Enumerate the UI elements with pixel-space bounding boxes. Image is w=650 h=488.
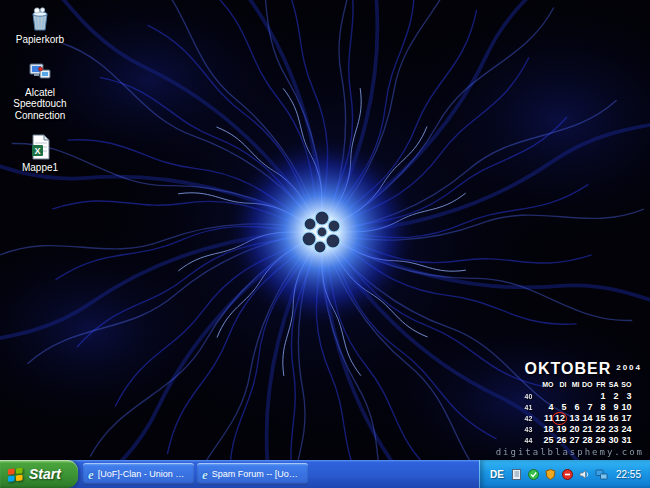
desktop: Papierkorb Alcatel Speedtouch Connection [0, 0, 650, 488]
recycle-bin-icon [26, 6, 54, 32]
red-status-icon[interactable] [561, 468, 574, 481]
calendar-day-cell: 1 [594, 391, 605, 402]
calendar-day-cell: 29 [594, 435, 605, 446]
desktop-icon-alcatel-speedtouch[interactable]: Alcatel Speedtouch Connection [2, 59, 78, 122]
calendar-day-header: MO [542, 379, 553, 391]
task-button-label: [UoF]-Clan - Union of... [98, 469, 189, 479]
calendar-day-cell: 22 [594, 424, 605, 435]
calendar-day-cell: 3 [620, 391, 631, 402]
calendar-widget: OKTOBER 2004 MO DI MI DO FR SA SO 40 1 2… [524, 360, 642, 446]
document-icon[interactable] [510, 468, 523, 481]
desktop-icon-papierkorb[interactable]: Papierkorb [2, 6, 78, 46]
taskbar: Start [UoF]-Clan - Union of... Spam Foru… [0, 460, 650, 488]
internet-explorer-icon [202, 468, 208, 481]
taskbar-window-button-uof-clan[interactable]: [UoF]-Clan - Union of... [83, 463, 194, 485]
calendar-grid: MO DI MI DO FR SA SO 40 1 2 3 41 4 5 6 7… [524, 379, 642, 446]
calendar-title: OKTOBER 2004 [524, 360, 642, 378]
internet-explorer-icon [88, 468, 94, 481]
calendar-day-cell: 25 [542, 435, 553, 446]
start-button[interactable]: Start [0, 460, 78, 488]
calendar-day-cell: 21 [581, 424, 592, 435]
desktop-icon-label: Alcatel Speedtouch Connection [3, 87, 77, 122]
calendar-day-cell: 2 [607, 391, 618, 402]
network-icon[interactable] [595, 468, 608, 481]
calendar-week-number: 40 [524, 391, 532, 402]
calendar-day-cell: 23 [607, 424, 618, 435]
calendar-day-cell: 26 [555, 435, 566, 446]
calendar-day-cell: 18 [542, 424, 553, 435]
green-status-icon[interactable] [527, 468, 540, 481]
calendar-day-cell: 14 [581, 413, 592, 424]
calendar-day-header: SA [609, 379, 619, 391]
wallpaper-credit: digitalblasphemy.com [496, 447, 644, 457]
calendar-week-number: 44 [524, 435, 532, 446]
calendar-year: 2004 [616, 363, 642, 372]
taskbar-window-button-spam-forum[interactable]: Spam Forum -- [UoF]-... [197, 463, 308, 485]
calendar-day-cell: 31 [620, 435, 631, 446]
desktop-icon-label: Papierkorb [16, 34, 64, 46]
calendar-day-cell: 19 [555, 424, 566, 435]
calendar-day-cell: 9 [607, 402, 618, 413]
calendar-day-cell: 16 [607, 413, 618, 424]
calendar-day-cell: 28 [581, 435, 592, 446]
task-button-label: Spam Forum -- [UoF]-... [212, 469, 303, 479]
calendar-day-header: DI [559, 379, 566, 391]
start-button-label: Start [29, 466, 61, 482]
clock[interactable]: 22:55 [616, 469, 641, 480]
calendar-day-header: DO [582, 379, 593, 391]
calendar-day-cell: 30 [607, 435, 618, 446]
excel-workbook-icon: X [26, 134, 54, 160]
calendar-day-cell: 6 [568, 402, 579, 413]
calendar-day-cell: 27 [568, 435, 579, 446]
calendar-month: OKTOBER [524, 360, 611, 378]
calendar-day-cell: 10 [620, 402, 631, 413]
desktop-icon-label: Mappe1 [22, 162, 58, 174]
language-indicator[interactable]: DE [490, 469, 504, 480]
calendar-week-number: 41 [524, 402, 532, 413]
volume-icon[interactable] [578, 468, 591, 481]
desktop-icon-column: Papierkorb Alcatel Speedtouch Connection [2, 6, 78, 174]
taskbar-window-buttons: [UoF]-Clan - Union of... Spam Forum -- [… [78, 463, 479, 485]
calendar-day-cell: 20 [568, 424, 579, 435]
calendar-day-cell: 13 [568, 413, 579, 424]
calendar-day-cell: 4 [542, 402, 553, 413]
windows-logo-icon [7, 466, 24, 482]
calendar-day-header: SO [621, 379, 631, 391]
calendar-day-cell: 24 [620, 424, 631, 435]
dialup-connection-icon [26, 59, 54, 85]
calendar-day-cell: 8 [594, 402, 605, 413]
calendar-day-header: FR [596, 379, 605, 391]
calendar-week-number: 43 [524, 424, 532, 435]
calendar-day-cell: 15 [594, 413, 605, 424]
calendar-day-cell: 17 [620, 413, 631, 424]
system-tray: DE 22:55 [479, 460, 650, 488]
calendar-day-header: MI [572, 379, 580, 391]
shield-icon[interactable] [544, 468, 557, 481]
calendar-day-cell: 7 [581, 402, 592, 413]
calendar-week-number: 42 [524, 413, 532, 424]
desktop-icon-mappe1[interactable]: X Mappe1 [2, 134, 78, 174]
svg-text:X: X [34, 146, 40, 156]
